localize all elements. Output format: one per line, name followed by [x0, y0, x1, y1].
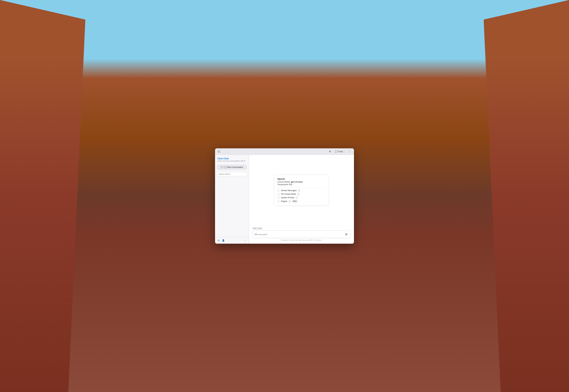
- bottom-input-area: shift + enter Copyright © Chat Chat. Ope…: [249, 225, 354, 244]
- app-window: ⚙ 💬 Chat ⌄ ⋮ Chat Chat Unlock next-level…: [215, 148, 354, 244]
- provider-name: OpenAI: [278, 178, 326, 180]
- title-bar-left: [217, 149, 222, 154]
- horizontal-dots-icon: ···: [244, 239, 246, 242]
- main-layout: Chat Chat Unlock next-level conversation…: [215, 155, 354, 244]
- settings-button[interactable]: ⚙: [328, 150, 332, 153]
- chat-area: OpenAI Current Model: gpt-3.5-turbo Temp…: [249, 155, 354, 225]
- sidebar-toggle-icon: [218, 150, 221, 153]
- no-context-mode-info-icon[interactable]: i: [297, 193, 300, 195]
- option-plugins: Plugins i Beta: [278, 200, 326, 202]
- vertical-dots-icon: ⋮: [348, 150, 351, 153]
- no-context-mode-checkbox[interactable]: [278, 193, 280, 195]
- search-history-input[interactable]: [217, 172, 247, 176]
- title-bar-right: ⚙ 💬 Chat ⌄ ⋮: [328, 149, 352, 154]
- sidebar-header: Chat Chat Unlock next-level conversation…: [215, 155, 249, 164]
- no-context-mode-label: No Context Mode: [281, 193, 296, 195]
- user-profile-button[interactable]: 👤: [222, 239, 225, 242]
- sidebar-history: [215, 177, 249, 237]
- temperature-label: Temperature:: [278, 183, 289, 186]
- chat-mode-button[interactable]: 💬 Chat ⌄: [333, 150, 346, 153]
- svg-rect-0: [218, 150, 219, 153]
- chat-mode-label: Chat: [338, 150, 343, 153]
- sidebar-footer-more-button[interactable]: ···: [244, 239, 247, 242]
- title-bar: ⚙ 💬 Chat ⌄ ⋮: [215, 148, 354, 155]
- send-button[interactable]: [344, 232, 349, 237]
- model-label: Current Model:: [278, 181, 290, 183]
- plugins-info-icon[interactable]: i: [289, 200, 291, 202]
- svg-rect-1: [219, 150, 221, 151]
- stream-messages-label: Stream Messages: [281, 189, 297, 192]
- chevron-down-icon: ⌄: [343, 150, 345, 153]
- gear-icon: ⚙: [329, 150, 331, 153]
- info-card: OpenAI Current Model: gpt-3.5-turbo Temp…: [274, 175, 329, 206]
- window-menu-button[interactable]: ⋮: [347, 149, 352, 154]
- app-subtitle: Unlock next-level conversations with AI: [217, 160, 247, 162]
- plugins-label: Plugins: [281, 200, 287, 202]
- option-no-context-mode: No Context Mode i: [278, 193, 326, 195]
- model-value: gpt-3.5-turbo: [291, 181, 303, 183]
- settings-icon-button[interactable]: ⚙: [217, 239, 220, 242]
- send-icon: [345, 233, 348, 236]
- svg-rect-2: [219, 151, 221, 152]
- sidebar-footer: ⚙ 👤 ···: [215, 237, 249, 244]
- sidebar-footer-icons: ⚙ 👤: [217, 239, 225, 242]
- new-conversation-label: 💬 New Conversation: [224, 166, 243, 168]
- stream-messages-info-icon[interactable]: i: [298, 189, 300, 192]
- sidebar-toggle-button[interactable]: [217, 149, 222, 154]
- plugins-checkbox[interactable]: [278, 200, 280, 202]
- shortcut-badge: shift + enter: [252, 227, 263, 230]
- system-prompt-info-icon[interactable]: i: [295, 196, 298, 199]
- option-stream-messages: Stream Messages i: [278, 189, 326, 192]
- app-title: Chat Chat: [217, 157, 247, 160]
- option-system-prompt: System Prompt i: [278, 196, 326, 199]
- chat-input-row: [252, 231, 351, 238]
- chat-input[interactable]: [254, 233, 343, 236]
- sidebar: Chat Chat Unlock next-level conversation…: [215, 155, 249, 244]
- stream-messages-checkbox[interactable]: [278, 189, 280, 192]
- shortcut-hint: shift + enter: [252, 227, 351, 230]
- system-prompt-checkbox[interactable]: [278, 196, 280, 199]
- system-prompt-label: System Prompt: [281, 196, 294, 199]
- beta-badge: Beta: [292, 200, 297, 202]
- svg-rect-3: [219, 152, 221, 153]
- chat-bubble-icon: 💬: [335, 150, 337, 153]
- settings-gear-icon: ⚙: [218, 239, 220, 242]
- speech-bubble-icon: 💬: [221, 166, 223, 168]
- main-content: OpenAI Current Model: gpt-3.5-turbo Temp…: [249, 155, 354, 244]
- temperature-info: Temperature: 0.3: [278, 183, 326, 186]
- options-list: Stream Messages i No Context Mode i Syst…: [278, 189, 326, 202]
- user-icon: 👤: [222, 239, 225, 242]
- new-conversation-button[interactable]: 💬 💬 New Conversation: [217, 165, 247, 170]
- temperature-value: 0.3: [289, 183, 292, 186]
- copyright-text: Copyright © Chat Chat. Open-Source. AGPL…: [252, 239, 351, 241]
- model-info: Current Model: gpt-3.5-turbo: [278, 181, 326, 183]
